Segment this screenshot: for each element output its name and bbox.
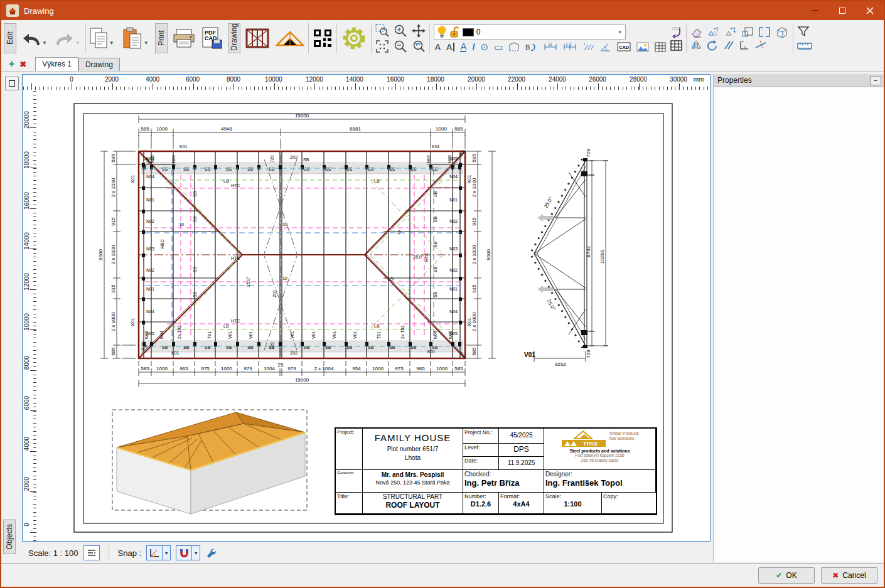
- svg-text:SB: SB: [303, 158, 309, 162]
- svg-text:HBC: HBC: [160, 239, 164, 249]
- snap-object-caret[interactable]: ▼: [191, 546, 200, 560]
- cad-block-tool[interactable]: CAD: [617, 41, 631, 52]
- snap-angle-caret[interactable]: ▼: [162, 546, 170, 560]
- scale-options-button[interactable]: [83, 545, 100, 560]
- offset-copy-tool[interactable]: [758, 26, 771, 38]
- paste-button[interactable]: [123, 27, 143, 50]
- text-edit-tool[interactable]: A: [446, 43, 454, 51]
- spline-tool[interactable]: B: [525, 41, 538, 52]
- zoom-extents-button[interactable]: [375, 40, 389, 53]
- leader-text-tool[interactable]: A: [460, 41, 466, 52]
- cancel-button[interactable]: ✖ Cancel: [821, 567, 877, 584]
- redo-dropdown[interactable]: ▼: [75, 40, 80, 46]
- svg-text:2528: 2528: [555, 361, 566, 367]
- zoom-window-button[interactable]: [375, 24, 389, 38]
- svg-text:K01: K01: [467, 174, 471, 183]
- edit-sidetab[interactable]: Edit: [4, 23, 16, 53]
- truss-shape-tool[interactable]: [276, 29, 304, 47]
- scale-tool[interactable]: [741, 26, 754, 38]
- image-tool[interactable]: [636, 42, 649, 52]
- snap-settings-wrench[interactable]: [205, 547, 217, 559]
- box-3d-tool[interactable]: [775, 26, 789, 38]
- drawing-sidetab[interactable]: Drawing: [228, 23, 240, 53]
- grid-table-button[interactable]: [670, 40, 682, 51]
- svg-text:V01: V01: [332, 331, 336, 339]
- zoom-previous-button[interactable]: [412, 40, 426, 53]
- import-button[interactable]: [670, 26, 682, 38]
- redo-button[interactable]: [55, 30, 75, 46]
- svg-text:LB: LB: [374, 179, 380, 183]
- title-line2: ROOF LAYOUT: [363, 501, 463, 510]
- print-button[interactable]: [173, 28, 195, 48]
- table-tool[interactable]: [655, 42, 666, 52]
- export-pdf-cad-button[interactable]: PDFCAD: [201, 27, 223, 50]
- add-sheet-button[interactable]: +: [9, 58, 14, 70]
- svg-text:2 x 1000: 2 x 1000: [471, 178, 477, 197]
- trim-tool[interactable]: [754, 40, 767, 51]
- svg-text:2x T02: 2x T02: [177, 326, 181, 339]
- maximize-button[interactable]: [829, 1, 856, 20]
- svg-text:SS: SS: [247, 167, 254, 171]
- tab-vykres-1[interactable]: Výkres 1: [35, 57, 78, 71]
- svg-text:1000: 1000: [156, 126, 168, 132]
- svg-text:HTC: HTC: [231, 183, 240, 188]
- measure-button[interactable]: [797, 41, 812, 51]
- move-objects-tool[interactable]: [724, 26, 737, 38]
- zoom-out-button[interactable]: [394, 40, 407, 53]
- text-tool[interactable]: A: [435, 43, 441, 51]
- copy-dropdown[interactable]: ▼: [109, 40, 114, 46]
- layer-combobox[interactable]: 0 ▼: [434, 24, 626, 40]
- house-3d-render[interactable]: [112, 410, 307, 514]
- svg-text:25,0°: 25,0°: [543, 196, 554, 209]
- remove-sheet-button[interactable]: ✖: [19, 60, 26, 69]
- minimize-button[interactable]: [801, 1, 829, 20]
- truss-frame-tool[interactable]: [245, 28, 269, 48]
- angle-dimension-tool[interactable]: [599, 42, 611, 52]
- print-sidetab[interactable]: Print: [155, 23, 168, 53]
- dimension-chain-tool[interactable]: 1 1: [563, 41, 577, 52]
- snap-object-combo[interactable]: ▼: [176, 545, 200, 560]
- copy-objects-tool[interactable]: [707, 26, 720, 38]
- svg-text:N02: N02: [146, 219, 154, 223]
- title-label: Title:: [336, 493, 362, 500]
- hatch-tool[interactable]: [582, 42, 594, 52]
- pan-button[interactable]: [412, 24, 426, 38]
- rotate-tool[interactable]: [706, 40, 719, 51]
- zoom-in-button[interactable]: [394, 24, 407, 38]
- svg-text:2 x 1000: 2 x 1000: [471, 312, 477, 331]
- erase-tool[interactable]: [690, 26, 703, 38]
- close-button[interactable]: [856, 1, 884, 20]
- snap-angle-combo[interactable]: ▼: [146, 545, 171, 560]
- layer-dropdown-caret[interactable]: ▼: [618, 29, 623, 35]
- fit-view-button[interactable]: [5, 77, 19, 90]
- rectangle-tool[interactable]: ▭: [494, 42, 503, 51]
- paste-dropdown[interactable]: ▼: [144, 40, 149, 46]
- project-plot: Plot number 651/7: [363, 446, 463, 452]
- objects-sidetab[interactable]: Objects: [3, 520, 16, 554]
- svg-text:11: 11: [548, 42, 552, 46]
- filter-button[interactable]: [797, 26, 810, 37]
- dimension-tool[interactable]: 11: [544, 41, 557, 52]
- copy-button[interactable]: [90, 28, 109, 49]
- drawing-canvas[interactable]: 0 2000 4000 6000 8000 10000 12000 14000 …: [22, 74, 711, 542]
- settings-button[interactable]: [341, 25, 367, 51]
- mirror-tool[interactable]: [690, 40, 702, 51]
- corner-trim-tool[interactable]: [739, 40, 750, 51]
- undo-dropdown[interactable]: ▼: [42, 40, 47, 46]
- ok-button[interactable]: ✔ OK: [758, 567, 815, 584]
- svg-text:915: 915: [110, 217, 116, 226]
- parallel-copy-tool[interactable]: [723, 40, 734, 51]
- polygon-tool[interactable]: [508, 41, 520, 52]
- svg-text:729: 729: [270, 155, 274, 163]
- svg-text:1000: 1000: [156, 366, 168, 372]
- truss-frame-icon: [245, 28, 269, 48]
- qr-code-button[interactable]: [313, 28, 333, 48]
- line-tool[interactable]: /: [472, 42, 475, 51]
- designer-label: Designer:: [544, 470, 655, 478]
- circle-tool[interactable]: ⊙: [481, 42, 489, 51]
- truss-elevation-view[interactable]: [532, 158, 608, 362]
- svg-text:SB: SB: [346, 345, 353, 350]
- tab-drawing[interactable]: Drawing: [78, 58, 120, 71]
- undo-button[interactable]: [21, 30, 41, 46]
- properties-collapse-button[interactable]: −: [870, 76, 881, 85]
